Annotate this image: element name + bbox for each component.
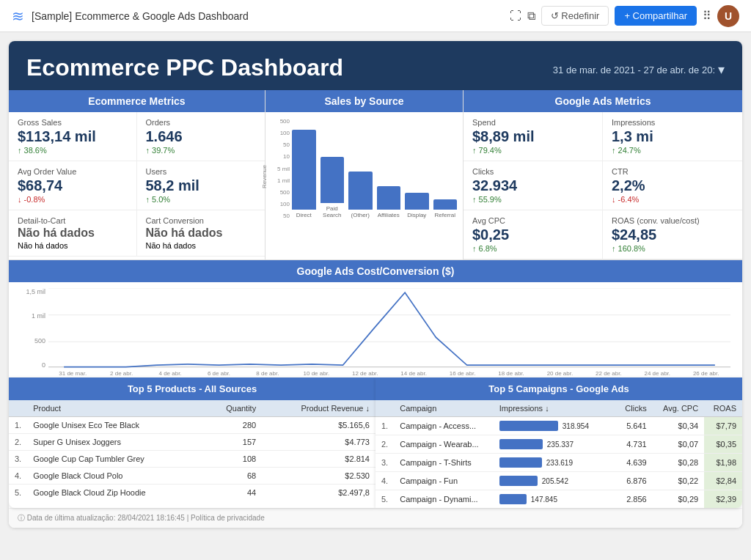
campaign-name: Campaign - Dynami... <box>394 490 494 509</box>
copy-icon[interactable]: ⧉ <box>527 10 535 23</box>
impressions-bar <box>499 421 558 431</box>
bar-label-2: (Other) <box>351 212 370 219</box>
footer-text: ⓘ Data de última atualização: 28/04/2021… <box>18 514 265 522</box>
bar-3 <box>377 186 401 210</box>
campaign-row-1: 2. Campaign - Wearab... 235.337 4.731 $0… <box>376 435 742 454</box>
page-title: [Sample] Ecommerce & Google Ads Dashboar… <box>32 10 249 22</box>
camp-rank: 1. <box>376 417 394 435</box>
clicks: 2.856 <box>616 490 653 509</box>
y-axis-labels: 1,5 mil1 mil5000 <box>21 288 48 369</box>
metric-value: $113,14 mil <box>18 128 128 144</box>
col-quantity: Quantity <box>203 400 263 417</box>
top-campaigns-table: Campaign Impressions ↓ Clicks Avg. CPC R… <box>376 400 742 508</box>
product-row-3: 4. Google Black Cloud Polo 68 $2.530 <box>9 468 376 485</box>
bar-label-3: Affiliates <box>378 212 400 219</box>
roas: $2,84 <box>704 472 742 490</box>
topbar-right: ⛶ ⧉ ↺ Redefinir + Compartilhar ⠿ U <box>510 5 739 27</box>
cost-conversion-line <box>64 292 715 366</box>
gads-section-title: Google Ads Metrics <box>464 90 742 112</box>
ecom-metric-4: Detail-to-Cart Não há dados Não há dados <box>9 210 137 257</box>
revenue: $2.530 <box>262 468 376 485</box>
metric-change: Não há dados <box>146 241 257 250</box>
quantity: 44 <box>203 485 263 501</box>
x-label-11: 22 de abr. <box>585 370 633 377</box>
daterange-dropdown-icon[interactable]: ▾ <box>718 62 725 78</box>
metric-label: CTR <box>612 167 733 176</box>
roas: $2,39 <box>704 490 742 509</box>
x-label-13: 26 de abr. <box>681 370 730 377</box>
gads-metric-5: ROAS (conv. value/cost) $24,85 ↑ 160.8% <box>603 210 742 259</box>
col-avg-cpc: Avg. CPC <box>653 400 704 417</box>
impressions-cell: 205.542 <box>494 472 616 490</box>
metric-change: ↑ 24.7% <box>612 146 733 155</box>
metric-change: ↑ 160.8% <box>612 244 733 253</box>
col-roas: ROAS <box>704 400 742 417</box>
daterange-text: 31 de mar. de 2021 - 27 de abr. de 20: <box>553 65 715 75</box>
metric-value: $24,85 <box>612 226 733 243</box>
metric-label: Users <box>146 167 257 176</box>
dashboard-header: Ecommerce PPC Dashboard 31 de mar. de 20… <box>9 41 742 90</box>
bar-group-1: Paid Search <box>320 157 345 219</box>
sales-source-section: Sales by Source 50010050105 mil1 mil5001… <box>265 90 464 259</box>
reset-button[interactable]: ↺ Redefinir <box>541 6 609 26</box>
cost-conversion-section: Google Ads Cost/Conversion ($) 1,5 mil1 … <box>9 259 742 377</box>
rank: 4. <box>9 468 27 485</box>
camp-rank: 2. <box>376 435 394 454</box>
avg-cpc: $0,34 <box>653 417 704 435</box>
col-revenue: Product Revenue ↓ <box>262 400 376 417</box>
line-chart-area: 1,5 mil1 mil5000 31 <box>9 282 742 377</box>
bar-label-0: Direct <box>296 212 312 219</box>
cost-conversion-title: Google Ads Cost/Conversion ($) <box>9 260 742 282</box>
bar-group-4: Display <box>405 193 429 219</box>
metric-label: Detail-to-Cart <box>18 216 128 225</box>
bar-label-1: Paid Search <box>320 205 345 219</box>
metric-label: Impressions <box>612 118 733 127</box>
impressions-bar <box>499 494 527 504</box>
roas: $1,98 <box>704 454 742 472</box>
product-row-2: 3. Google Cup Cap Tumbler Grey 108 $2.81… <box>9 451 376 468</box>
impressions-cell: 233.619 <box>494 454 616 472</box>
product-row-0: 1. Google Unisex Eco Tee Black 280 $5.16… <box>9 417 376 434</box>
campaign-row-2: 3. Campaign - T-Shirts 233.619 4.639 $0,… <box>376 454 742 472</box>
col-clicks: Clicks <box>616 400 653 417</box>
impressions-bar <box>499 457 542 468</box>
metric-change: ↓ -6.4% <box>612 195 733 204</box>
bar-label-4: Display <box>407 212 426 219</box>
impressions-value: 235.337 <box>547 441 584 449</box>
camp-rank: 4. <box>376 472 394 490</box>
campaign-row-4: 5. Campaign - Dynami... 147.845 2.856 $0… <box>376 490 742 509</box>
metric-change: Não há dados <box>18 241 128 250</box>
clicks: 4.639 <box>616 454 653 472</box>
sales-section-title: Sales by Source <box>265 90 463 112</box>
metric-change: ↑ 39.7% <box>146 146 257 155</box>
col-impressions: Impressions ↓ <box>494 400 616 417</box>
line-chart-container <box>48 288 730 369</box>
metric-change: ↑ 38.6% <box>18 146 128 155</box>
topbar-left: ≋ [Sample] Ecommerce & Google Ads Dashbo… <box>12 7 249 25</box>
product-name: Google Unisex Eco Tee Black <box>27 417 202 434</box>
quantity: 280 <box>203 417 263 434</box>
gads-metric-1: Impressions 1,3 mi ↑ 24.7% <box>603 112 742 161</box>
campaign-name: Campaign - T-Shirts <box>394 454 494 472</box>
impressions-value: 233.619 <box>546 459 583 467</box>
avg-cpc: $0,29 <box>653 490 704 509</box>
top-campaigns-card: Top 5 Campaigns - Google Ads Campaign Im… <box>376 377 742 508</box>
ecom-metric-3: Users 58,2 mil ↑ 5.0% <box>137 161 265 210</box>
fullscreen-icon[interactable]: ⛶ <box>510 10 521 23</box>
metric-value: Não há dados <box>18 226 128 240</box>
quantity: 108 <box>203 451 263 468</box>
metric-value: $0,25 <box>472 226 593 243</box>
share-button[interactable]: + Compartilhar <box>615 6 697 26</box>
avatar[interactable]: U <box>717 5 739 27</box>
campaign-name: Campaign - Access... <box>394 417 494 435</box>
x-label-3: 6 de abr. <box>194 370 243 377</box>
grid-icon[interactable]: ⠿ <box>703 9 711 23</box>
x-label-9: 18 de abr. <box>487 370 535 377</box>
x-label-2: 4 de abr. <box>146 370 194 377</box>
clicks: 5.641 <box>616 417 653 435</box>
metric-change: ↓ -0.8% <box>18 195 128 204</box>
daterange: 31 de mar. de 2021 - 27 de abr. de 20: ▾ <box>553 62 725 78</box>
col-rank <box>9 400 27 417</box>
clicks: 6.876 <box>616 472 653 490</box>
product-name: Google Black Cloud Polo <box>27 468 202 485</box>
